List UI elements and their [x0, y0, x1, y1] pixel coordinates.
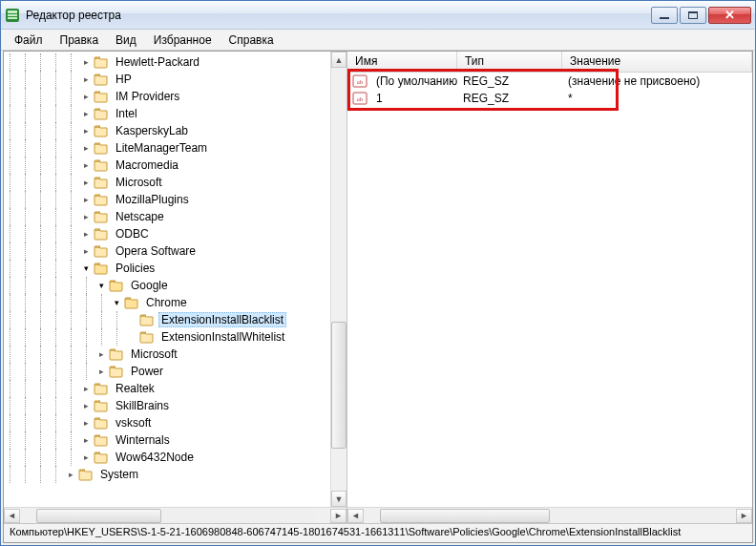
tree-item-label: Intel: [113, 106, 140, 121]
folder-icon: [109, 365, 124, 378]
tree-item[interactable]: ▸Opera Software: [4, 242, 330, 260]
minimize-button[interactable]: [651, 7, 678, 24]
chevron-right-icon[interactable]: ▸: [80, 91, 92, 102]
tree-item[interactable]: ▸Microsoft: [4, 174, 330, 191]
column-header-name[interactable]: Имя: [347, 52, 457, 72]
folder-icon: [94, 158, 109, 172]
tree-item[interactable]: ▸ODBC: [4, 225, 330, 242]
window-title: Редактор реестра: [26, 9, 649, 22]
list-hscrollbar[interactable]: ◄ ►: [347, 507, 752, 523]
tree-item-label: Microsoft: [113, 175, 165, 190]
tree-item-label: Hewlett-Packard: [113, 54, 202, 70]
tree-item[interactable]: ▸HP: [4, 71, 330, 88]
chevron-right-icon[interactable]: ▸: [80, 417, 92, 429]
folder-icon: [94, 262, 109, 275]
folder-icon: [94, 210, 109, 223]
scroll-left-icon[interactable]: ◄: [347, 509, 364, 523]
chevron-right-icon[interactable]: ▸: [80, 452, 92, 463]
chevron-down-icon[interactable]: ▾: [111, 297, 122, 308]
body: ▸Hewlett-Packard▸HP▸IM Providers▸Intel▸K…: [3, 51, 753, 543]
tree-item[interactable]: ▸Macromedia: [4, 157, 330, 174]
tree-item[interactable]: ▾Policies: [4, 260, 330, 277]
chevron-right-icon[interactable]: ▸: [80, 159, 92, 171]
folder-icon: [124, 296, 139, 309]
tree-item[interactable]: ▸Winternals: [4, 431, 330, 449]
tree-item[interactable]: ▸Netscape: [4, 208, 330, 225]
chevron-right-icon[interactable]: ▸: [80, 228, 92, 240]
chevron-down-icon[interactable]: ▾: [95, 280, 107, 291]
folder-icon: [94, 227, 109, 241]
folder-icon: [94, 416, 109, 430]
tree-item[interactable]: ▸IM Providers: [4, 88, 330, 105]
tree-item-label: Google: [128, 278, 171, 293]
tree-item-label: MozillaPlugins: [113, 192, 192, 207]
scroll-up-icon[interactable]: ▲: [331, 52, 346, 68]
chevron-right-icon[interactable]: ▸: [80, 142, 92, 154]
chevron-right-icon[interactable]: ▸: [80, 400, 92, 411]
tree-item-label: HP: [113, 72, 135, 87]
tree-hscrollbar[interactable]: ◄ ►: [4, 507, 346, 523]
list-row[interactable]: ab(По умолчанию)REG_SZ(значение не присв…: [347, 73, 752, 90]
maximize-button[interactable]: [680, 7, 706, 24]
tree-item[interactable]: ▸Wow6432Node: [4, 449, 330, 466]
menu-edit[interactable]: Правка: [52, 32, 107, 49]
scroll-left-icon[interactable]: ◄: [4, 509, 20, 523]
chevron-right-icon[interactable]: ▸: [80, 125, 92, 136]
chevron-right-icon[interactable]: ▸: [95, 366, 107, 377]
chevron-right-icon[interactable]: ▸: [80, 383, 92, 394]
tree-item[interactable]: ▾Google: [4, 277, 330, 294]
column-header-value[interactable]: Значение: [562, 52, 752, 72]
chevron-right-icon[interactable]: ▸: [80, 108, 92, 119]
svg-text:ab: ab: [357, 95, 364, 103]
folder-icon: [94, 73, 109, 86]
chevron-right-icon[interactable]: ▸: [65, 469, 76, 480]
cell-type: REG_SZ: [457, 74, 562, 89]
tree-item[interactable]: ▸vsksoft: [4, 414, 330, 431]
chevron-right-icon[interactable]: ▸: [80, 177, 92, 188]
tree-item[interactable]: ▸SkillBrains: [4, 397, 330, 414]
folder-icon: [94, 244, 109, 258]
menu-help[interactable]: Справка: [221, 32, 282, 49]
tree-item[interactable]: ▸Intel: [4, 105, 330, 122]
tree-item-label: IM Providers: [113, 89, 182, 104]
titlebar[interactable]: Редактор реестра ✕: [1, 1, 755, 30]
tree-item-label: Opera Software: [113, 243, 199, 259]
tree-item-label: ExtensionInstallWhitelist: [158, 329, 287, 345]
tree-item[interactable]: ▸Power: [4, 363, 330, 380]
chevron-right-icon[interactable]: ▸: [80, 56, 92, 68]
tree-item[interactable]: ▸MozillaPlugins: [4, 191, 330, 208]
list-row[interactable]: ab1REG_SZ*: [347, 90, 752, 107]
column-header-type[interactable]: Тип: [457, 52, 562, 72]
chevron-right-icon[interactable]: ▸: [80, 194, 92, 205]
tree[interactable]: ▸Hewlett-Packard▸HP▸IM Providers▸Intel▸K…: [4, 52, 330, 485]
chevron-right-icon[interactable]: ▸: [80, 211, 92, 222]
folder-icon: [94, 55, 109, 69]
tree-item[interactable]: ▸LiteManagerTeam: [4, 139, 330, 157]
tree-item[interactable]: ▸Hewlett-Packard: [4, 53, 330, 71]
tree-item[interactable]: ▾Chrome: [4, 294, 330, 311]
menu-favorites[interactable]: Избранное: [146, 32, 220, 49]
list-pane: Имя Тип Значение ab(По умолчанию)REG_SZ(…: [347, 52, 752, 523]
chevron-right-icon[interactable]: ▸: [80, 74, 92, 85]
tree-item[interactable]: ▸KasperskyLab: [4, 122, 330, 139]
chevron-down-icon[interactable]: ▾: [80, 262, 92, 274]
tree-item-label: Winternals: [113, 432, 173, 448]
tree-vscrollbar[interactable]: ▲ ▼: [330, 52, 346, 507]
chevron-right-icon[interactable]: ▸: [80, 434, 92, 446]
scroll-right-icon[interactable]: ►: [330, 509, 346, 523]
scroll-down-icon[interactable]: ▼: [331, 491, 346, 507]
chevron-right-icon[interactable]: ▸: [80, 245, 92, 257]
tree-item[interactable]: ▸Microsoft: [4, 346, 330, 363]
menu-file[interactable]: Файл: [7, 32, 51, 49]
close-button[interactable]: ✕: [708, 7, 751, 24]
cell-name: 1: [370, 91, 457, 106]
tree-item-label: Netscape: [113, 209, 167, 224]
tree-item[interactable]: ExtensionInstallWhitelist: [4, 328, 330, 346]
scroll-right-icon[interactable]: ►: [736, 509, 752, 523]
menu-view[interactable]: Вид: [108, 32, 144, 49]
tree-item[interactable]: ExtensionInstallBlacklist: [4, 311, 330, 328]
list-body[interactable]: ab(По умолчанию)REG_SZ(значение не присв…: [347, 73, 752, 507]
tree-item[interactable]: ▸System: [4, 466, 330, 483]
tree-item[interactable]: ▸Realtek: [4, 380, 330, 397]
chevron-right-icon[interactable]: ▸: [95, 348, 107, 360]
